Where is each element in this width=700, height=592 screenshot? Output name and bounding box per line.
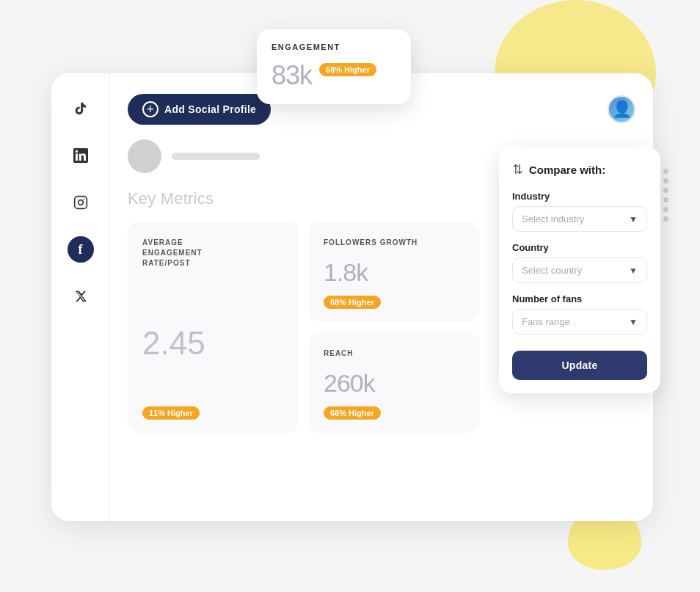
compare-header: ⇅ Compare with:: [512, 161, 647, 178]
metrics-grid: AVERAGEENGAGEMENTRATE/POST 2.45 11% High…: [128, 222, 480, 433]
reach-value: 260k: [324, 369, 465, 398]
engagement-value: 83k: [271, 60, 312, 91]
add-profile-button[interactable]: + Add Social Profile: [128, 94, 271, 125]
plus-icon: +: [142, 101, 158, 117]
followers-growth-card: FOLLOWERS GROWTH 1.8k 68% Higher: [309, 222, 480, 322]
industry-select[interactable]: Select industry ▼: [512, 206, 647, 232]
followers-growth-value: 1.8k: [324, 258, 465, 287]
sidebar-icon-facebook[interactable]: f: [68, 236, 94, 263]
update-button[interactable]: Update: [512, 351, 647, 380]
profile-avatar: [128, 139, 161, 173]
avg-engagement-badge: 11% Higher: [142, 406, 200, 420]
fans-arrow-icon: ▼: [629, 317, 638, 327]
deco-dot: [663, 216, 668, 222]
industry-arrow-icon: ▼: [629, 214, 638, 224]
engagement-card: ENGAGEMENT 83k 68% Higher: [257, 29, 411, 104]
compare-title: Compare with:: [529, 164, 605, 176]
country-label: Country: [512, 242, 647, 253]
engagement-badge: 68% Higher: [319, 63, 376, 76]
fans-field: Number of fans Fans range ▼: [512, 293, 647, 335]
followers-growth-badge: 68% Higher: [324, 296, 381, 309]
avatar[interactable]: 👤: [608, 95, 635, 123]
country-field: Country Select country ▼: [512, 242, 647, 283]
compare-panel: ⇅ Compare with: Industry Select industry…: [499, 147, 660, 393]
sidebar-icon-twitter-x[interactable]: [68, 283, 94, 310]
avg-engagement-label: AVERAGEENGAGEMENTRATE/POST: [142, 238, 284, 268]
country-arrow-icon: ▼: [629, 266, 638, 276]
followers-growth-label: FOLLOWERS GROWTH: [324, 238, 465, 248]
country-placeholder: Select country: [522, 265, 582, 276]
avg-engagement-card: AVERAGEENGAGEMENTRATE/POST 2.45 11% High…: [128, 222, 299, 433]
fans-label: Number of fans: [512, 293, 647, 304]
industry-field: Industry Select industry ▼: [512, 191, 647, 232]
avatar-face: 👤: [612, 100, 632, 119]
main-card: f ENGAGEMENT 83k 68% Higher + Add Social…: [51, 73, 653, 521]
deco-dot: [663, 178, 668, 183]
compare-icon: ⇅: [512, 161, 523, 178]
reach-badge: 68% Higher: [324, 406, 381, 420]
industry-label: Industry: [512, 191, 647, 202]
sidebar: f: [51, 73, 110, 521]
fans-select[interactable]: Fans range ▼: [512, 309, 647, 335]
deco-dot: [663, 197, 668, 202]
profile-line: [172, 153, 260, 160]
content-area: ENGAGEMENT 83k 68% Higher + Add Social P…: [110, 73, 653, 521]
reach-label: REACH: [324, 348, 465, 359]
sidebar-icon-instagram[interactable]: [68, 189, 94, 216]
sidebar-icon-linkedin[interactable]: [68, 142, 94, 169]
svg-rect-0: [74, 197, 87, 209]
deco-dot: [663, 188, 668, 193]
add-profile-label: Add Social Profile: [164, 103, 256, 115]
engagement-value-row: 83k 68% Higher: [271, 60, 396, 91]
reach-card: REACH 260k 68% Higher: [309, 332, 480, 433]
industry-placeholder: Select industry: [522, 213, 584, 224]
country-select[interactable]: Select country ▼: [512, 257, 647, 283]
deco-dot: [663, 169, 668, 174]
svg-point-2: [83, 199, 84, 200]
fans-placeholder: Fans range: [522, 316, 570, 327]
avg-engagement-value: 2.45: [142, 325, 284, 362]
sidebar-icon-tiktok[interactable]: [68, 95, 94, 122]
deco-dot: [663, 207, 668, 212]
engagement-title: ENGAGEMENT: [271, 43, 396, 51]
svg-point-1: [78, 200, 83, 205]
